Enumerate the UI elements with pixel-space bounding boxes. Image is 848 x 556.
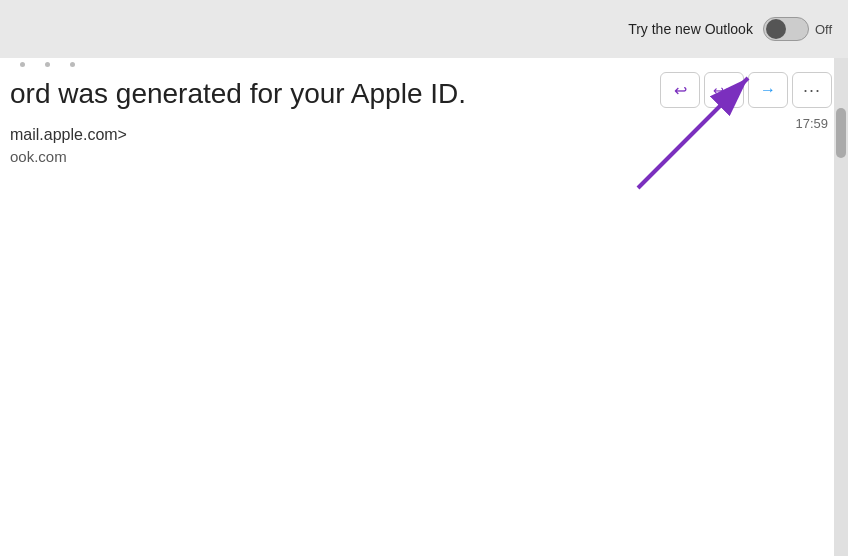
reply-all-icon: ↩↩ bbox=[713, 83, 735, 98]
more-button[interactable]: ··· bbox=[792, 72, 832, 108]
reply-button[interactable]: ↩ bbox=[660, 72, 700, 108]
toggle-off-label: Off bbox=[815, 22, 832, 37]
forward-icon: → bbox=[760, 81, 776, 99]
right-panel: ↩ ↩↩ → ··· 17:59 bbox=[648, 58, 848, 556]
try-new-outlook-label: Try the new Outlook bbox=[628, 21, 753, 37]
scrollbar-thumb[interactable] bbox=[836, 108, 846, 158]
email-body: ord was generated for your Apple ID. mai… bbox=[0, 58, 648, 556]
action-buttons: ↩ ↩↩ → ··· bbox=[660, 72, 832, 108]
more-icon: ··· bbox=[803, 80, 821, 101]
main-content: ord was generated for your Apple ID. mai… bbox=[0, 58, 848, 556]
reply-icon: ↩ bbox=[674, 81, 687, 100]
toggle-knob bbox=[766, 19, 786, 39]
reply-all-button[interactable]: ↩↩ bbox=[704, 72, 744, 108]
email-timestamp: 17:59 bbox=[795, 116, 828, 131]
email-from: mail.apple.com> bbox=[0, 126, 648, 144]
email-subject: ord was generated for your Apple ID. bbox=[0, 78, 648, 110]
scrollbar-track[interactable] bbox=[834, 58, 848, 556]
top-bar: Try the new Outlook Off bbox=[0, 0, 848, 58]
email-to: ook.com bbox=[0, 148, 648, 165]
forward-button[interactable]: → bbox=[748, 72, 788, 108]
new-outlook-toggle[interactable] bbox=[763, 17, 809, 41]
toggle-wrapper[interactable]: Off bbox=[763, 17, 832, 41]
